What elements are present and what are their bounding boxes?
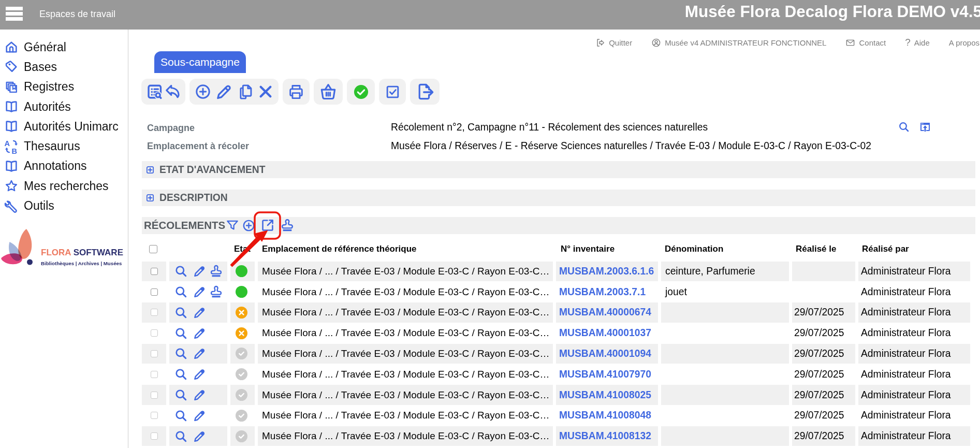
svg-text:Bibliothèques | Archives | Mus: Bibliothèques | Archives | Musées — [41, 261, 122, 266]
svg-text:A: A — [5, 139, 10, 148]
svg-text:FLORA SOFTWARE: FLORA SOFTWARE — [41, 248, 123, 257]
svg-text:B: B — [12, 147, 18, 154]
